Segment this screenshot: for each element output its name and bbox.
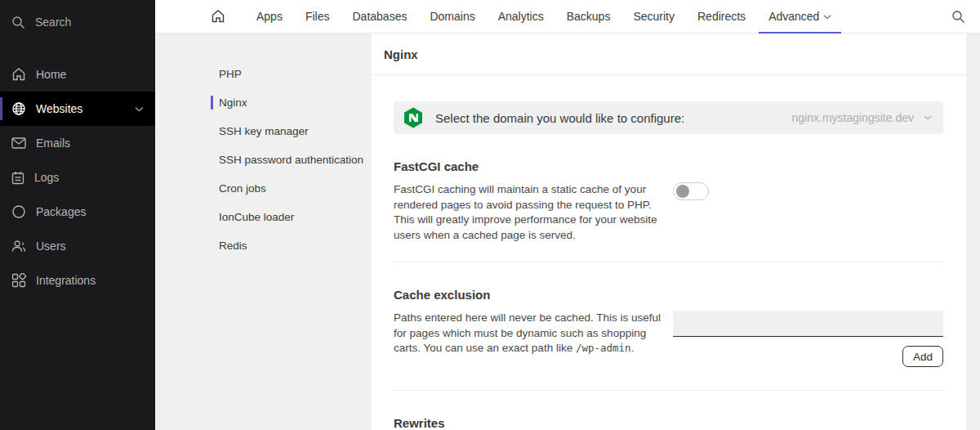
sidebar-item-label: Packages xyxy=(36,205,144,218)
page-title: Nginx xyxy=(384,47,418,61)
top-tabs: Apps Files Databases Domains Analytics B… xyxy=(245,0,843,33)
main-sidebar: Search Home Websites xyxy=(0,0,155,430)
sidebar-item-integrations[interactable]: Integrations xyxy=(0,263,155,298)
fastcgi-cache-description: FastCGI caching will maintain a static c… xyxy=(394,182,673,243)
sidebar-item-logs[interactable]: Logs xyxy=(0,160,155,195)
nginx-logo-icon xyxy=(403,107,424,128)
sidebar-search-label: Search xyxy=(35,16,71,29)
tab-domains[interactable]: Domains xyxy=(418,0,486,33)
tab-security[interactable]: Security xyxy=(621,0,686,33)
cache-exclusion-description: Paths entered here will never be cached.… xyxy=(394,311,673,367)
search-icon[interactable] xyxy=(937,0,980,33)
sidebar-item-users[interactable]: Users xyxy=(0,229,155,263)
package-circle-icon xyxy=(11,204,26,219)
description-suffix: . xyxy=(631,342,635,354)
submenu-item-php[interactable]: PHP xyxy=(155,60,372,88)
tab-databases[interactable]: Databases xyxy=(341,0,418,33)
toggle-knob xyxy=(676,185,689,198)
fastcgi-cache-toggle[interactable] xyxy=(673,182,709,200)
chevron-down-icon xyxy=(823,15,831,20)
chevron-down-icon xyxy=(924,115,932,120)
nginx-settings-panel: Nginx Select the domain you would like t… xyxy=(372,34,966,430)
tab-advanced[interactable]: Advanced xyxy=(757,0,843,33)
integrations-grid-icon xyxy=(11,273,26,288)
section-divider xyxy=(394,262,943,262)
sidebar-item-packages[interactable]: Packages xyxy=(0,195,155,229)
globe-icon xyxy=(11,101,26,116)
rewrites-section: Rewrites xyxy=(394,416,943,430)
scroll-gutter[interactable] xyxy=(966,34,980,430)
logs-icon xyxy=(11,171,24,185)
tab-analytics[interactable]: Analytics xyxy=(487,0,555,33)
sidebar-search[interactable]: Search xyxy=(0,7,155,38)
home-icon[interactable] xyxy=(211,0,225,33)
advanced-submenu: PHP Nginx SSH key manager SSH password a… xyxy=(155,34,372,430)
sidebar-item-label: Home xyxy=(36,68,144,81)
tab-backups[interactable]: Backups xyxy=(555,0,622,33)
domain-select-dropdown[interactable]: nginx.mystagingsite.dev xyxy=(792,111,932,124)
submenu-item-label: IonCube loader xyxy=(219,211,294,223)
sidebar-item-label: Users xyxy=(36,240,144,253)
submenu-item-label: Redis xyxy=(219,240,247,252)
submenu-item-ioncube-loader[interactable]: IonCube loader xyxy=(155,203,372,231)
add-exclusion-button[interactable]: Add xyxy=(902,346,943,367)
sidebar-item-home[interactable]: Home xyxy=(0,57,155,92)
cache-exclusion-heading: Cache exclusion xyxy=(394,288,943,302)
cache-exclusion-section: Cache exclusion Paths entered here will … xyxy=(394,288,943,391)
sidebar-item-label: Websites xyxy=(36,102,125,115)
domain-select-banner: Select the domain you would like to conf… xyxy=(394,101,943,134)
home-icon xyxy=(11,67,26,82)
submenu-item-label: Cron jobs xyxy=(219,182,266,195)
users-icon xyxy=(11,240,26,253)
sidebar-item-websites[interactable]: Websites xyxy=(0,92,155,126)
search-icon xyxy=(11,16,25,29)
sidebar-item-label: Logs xyxy=(34,171,144,184)
fastcgi-cache-heading: FastCGI cache xyxy=(394,159,943,173)
rewrites-heading: Rewrites xyxy=(394,416,943,430)
sidebar-item-emails[interactable]: Emails xyxy=(0,126,155,160)
submenu-item-cron-jobs[interactable]: Cron jobs xyxy=(155,174,372,203)
chevron-down-icon xyxy=(135,106,144,112)
tab-apps[interactable]: Apps xyxy=(245,0,294,33)
submenu-item-ssh-key-manager[interactable]: SSH key manager xyxy=(155,117,372,146)
page-title-row: Nginx xyxy=(372,34,966,75)
submenu-item-nginx[interactable]: Nginx xyxy=(155,88,372,117)
tab-advanced-label: Advanced xyxy=(768,10,819,23)
selected-domain: nginx.mystagingsite.dev xyxy=(792,111,914,124)
submenu-item-ssh-password-authentication[interactable]: SSH password authentication xyxy=(155,146,372,174)
path-example: /wp-admin xyxy=(576,342,631,354)
tab-redirects[interactable]: Redirects xyxy=(686,0,757,33)
submenu-item-label: PHP xyxy=(219,68,242,80)
submenu-item-redis[interactable]: Redis xyxy=(155,231,372,260)
sidebar-item-label: Emails xyxy=(36,137,144,150)
tab-files[interactable]: Files xyxy=(294,0,341,33)
top-navigation: Apps Files Databases Domains Analytics B… xyxy=(155,0,980,34)
cache-exclusion-input[interactable] xyxy=(673,311,943,337)
submenu-item-label: SSH password authentication xyxy=(219,154,363,166)
section-divider xyxy=(394,390,943,391)
submenu-item-label: SSH key manager xyxy=(219,125,309,137)
mail-icon xyxy=(11,137,26,149)
domain-banner-label: Select the domain you would like to conf… xyxy=(435,111,684,125)
submenu-item-label: Nginx xyxy=(219,96,247,109)
fastcgi-cache-section: FastCGI cache FastCGI caching will maint… xyxy=(394,159,943,262)
active-item-marker xyxy=(211,96,213,110)
sidebar-item-label: Integrations xyxy=(36,274,144,287)
